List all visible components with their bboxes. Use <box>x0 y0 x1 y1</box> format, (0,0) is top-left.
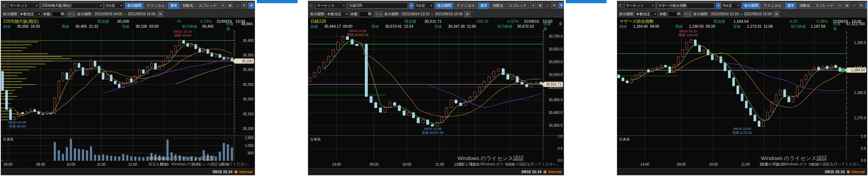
period-button[interactable]: 表示期間 <box>435 2 454 9</box>
yen-axis-icon[interactable]: ¥ <box>248 2 254 9</box>
zoom-out-icon[interactable]: ⊖ <box>851 2 857 9</box>
price-volume-chart[interactable]: 30,40030,35030,30030,25030,20030,15030,1… <box>1 29 255 169</box>
count-up-icon[interactable]: ▲ <box>688 11 692 17</box>
price-volume-chart[interactable]: 30,700.030,650.030,600.030,550.030,500.0… <box>308 29 564 169</box>
price-change-pct: -0.28% <box>797 19 828 23</box>
zoom-out-icon[interactable]: ⊖ <box>544 2 550 9</box>
prev-close-label: 前日終値 <box>791 24 806 29</box>
svg-text:30,250: 30,250 <box>243 83 254 87</box>
indexed-mode-button[interactable]: 指数化 <box>797 2 812 9</box>
crosshair-icon[interactable]: + <box>220 2 226 9</box>
chart-area[interactable]: 1,190.01,185.01,180.01,175.01.00.50.0出来高… <box>617 29 867 171</box>
svg-text:09:00: 09:00 <box>370 163 379 166</box>
chart-area[interactable]: 30,700.030,650.030,600.030,550.030,500.0… <box>308 29 564 171</box>
svg-text:14:00: 14:00 <box>332 163 341 166</box>
window-tab-highlight-2[interactable] <box>566 0 607 3</box>
yen-axis-icon[interactable]: ¥ <box>558 2 564 9</box>
normal-mode-button[interactable]: 通常 <box>478 2 489 9</box>
svg-text:09:00: 09:00 <box>677 163 686 166</box>
current-price: 1,184.54 <box>733 19 765 23</box>
chevron-down-icon: ▼ <box>38 13 40 15</box>
chevron-down-icon: ▼ <box>430 4 433 7</box>
svg-text:30,511.71: 30,511.71 <box>546 82 562 86</box>
prev-close-label: 前日終値 <box>182 24 197 29</box>
status-bar: 09/15 15:14 Interval <box>308 168 564 175</box>
zoom-out-icon[interactable]: ⊖ <box>234 2 240 9</box>
period-button[interactable]: 表示期間 <box>742 2 760 9</box>
symbol-dropdown-icon[interactable]: ▼ <box>409 2 414 9</box>
normal-mode-button[interactable]: 通常 <box>785 2 796 9</box>
symbol-dropdown-icon[interactable]: ▼ <box>716 2 721 9</box>
reload-return-icon[interactable]: ⊃ <box>157 11 163 17</box>
svg-text:出来高: 出来高 <box>619 137 630 141</box>
market-select[interactable]: マーケット▼ <box>624 2 656 9</box>
count-up-icon[interactable]: ▲ <box>379 11 383 17</box>
market-select[interactable]: マーケット▼ <box>315 2 347 9</box>
spread-mode-button[interactable]: スプレッド <box>196 2 219 9</box>
high-value: 30,573.41 <box>385 24 402 29</box>
low-time: 03:50 <box>149 24 158 29</box>
svg-text:30,100: 30,100 <box>243 127 254 131</box>
price-volume-chart[interactable]: 1,190.01,185.01,180.01,175.01.00.50.0出来高… <box>617 29 867 169</box>
chevron-down-icon: ▼ <box>737 4 739 7</box>
open-time: 09:00 <box>650 24 659 29</box>
draw-pencil-icon[interactable]: ✎ <box>241 2 247 9</box>
count-down-icon[interactable]: ▼ <box>684 11 688 17</box>
svg-text:0.0: 0.0 <box>861 159 866 163</box>
market-select[interactable]: マーケット▼ <box>8 2 39 9</box>
low-value: 1,173.31 <box>747 24 761 29</box>
zoom-in-icon[interactable]: ⊕ <box>844 2 850 9</box>
interval-select[interactable]: 5分足▼ <box>722 2 741 9</box>
draw-pencil-icon[interactable]: ✎ <box>858 2 864 9</box>
indexed-mode-button[interactable]: 指数化 <box>180 2 195 9</box>
crosshair-icon[interactable]: + <box>530 2 536 9</box>
indexed-mode-button[interactable]: 指数化 <box>490 2 505 9</box>
symbol-select[interactable]: 225先物大阪(期近)▼ <box>40 2 104 9</box>
range-value: 2021/09/14 13:10 ～ 2021/09/15 15:00 <box>402 12 463 17</box>
link-group-icon[interactable]: ⧉ <box>309 3 314 8</box>
window-tab-highlight-1[interactable] <box>257 0 298 3</box>
reload-return-icon[interactable]: ⊃ <box>464 11 471 17</box>
spread-mode-button[interactable]: スプレッド <box>813 2 836 9</box>
chart-area[interactable]: 30,40030,35030,30030,25030,20030,15030,1… <box>1 29 255 171</box>
symbol-select[interactable]: 日経225 <box>348 2 408 9</box>
interval-select[interactable]: 5分足▼ <box>105 2 124 9</box>
count-mode-select[interactable]: 本数指定▼ <box>635 11 658 17</box>
svg-text:高値 1190.55: 高値 1190.55 <box>678 33 698 37</box>
symbol-name: 日経225 <box>310 18 405 24</box>
normal-mode-button[interactable]: 通常 <box>168 2 179 9</box>
svg-text:1,500: 1,500 <box>245 136 254 140</box>
chevron-down-icon: ▼ <box>36 4 38 7</box>
reload-return-icon[interactable]: ⊃ <box>773 11 780 17</box>
zoom-in-icon[interactable]: ⊕ <box>227 2 233 9</box>
interval-select[interactable]: 5分足▼ <box>415 2 434 9</box>
svg-text:12:30: 12:30 <box>454 163 463 166</box>
link-group-icon[interactable]: ⧉ <box>618 3 623 8</box>
open-label: 始値 <box>619 24 627 29</box>
zoom-in-icon[interactable]: ⊕ <box>537 2 543 9</box>
open-value: 1,184.00 <box>633 24 648 29</box>
technical-button[interactable]: テクニカル <box>761 2 784 9</box>
crosshair-icon[interactable]: + <box>837 2 843 9</box>
count-down-icon[interactable]: ▼ <box>67 11 71 17</box>
symbol-select[interactable]: マザーズ総合指数 <box>657 2 715 9</box>
technical-button[interactable]: テクニカル <box>455 2 477 9</box>
yen-axis-icon[interactable]: ¥ <box>865 2 867 9</box>
count-down-icon[interactable]: ▼ <box>375 11 379 17</box>
svg-text:09/15 09:20: 09/15 09:20 <box>679 29 697 33</box>
count-up-icon[interactable]: ▲ <box>72 11 76 17</box>
bar-count-input[interactable] <box>52 11 66 17</box>
bar-count-input[interactable] <box>668 11 682 17</box>
period-button[interactable]: 表示期間 <box>125 2 143 9</box>
count-mode-select[interactable]: 本数指定▼ <box>18 11 42 17</box>
technical-button[interactable]: テクニカル <box>145 2 167 9</box>
link-group-icon[interactable]: ⧉ <box>2 3 7 8</box>
svg-text:09/14 14:55: 09/14 14:55 <box>349 29 367 33</box>
bar-count-input[interactable] <box>359 11 373 17</box>
spread-mode-button[interactable]: スプレッド <box>506 2 529 9</box>
draw-pencil-icon[interactable]: ✎ <box>551 2 557 9</box>
open-time: 16:30 <box>31 24 40 29</box>
low-time: 11:08 <box>764 24 773 29</box>
count-mode-select[interactable]: 本数指定▼ <box>326 11 349 17</box>
price-label: 現在値 <box>405 19 424 24</box>
